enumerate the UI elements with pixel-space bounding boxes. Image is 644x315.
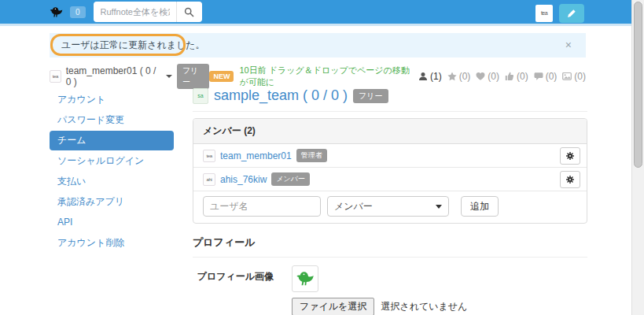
team-avatar: sa xyxy=(193,88,208,104)
navbar-right: tea xyxy=(535,0,584,26)
user-menu[interactable]: tea team_member01 ( 0 / 0 ) フリー xyxy=(50,64,209,89)
heart-icon xyxy=(476,72,485,81)
divider xyxy=(193,257,587,258)
top-navbar: 0 tea xyxy=(0,0,631,26)
new-page-button[interactable] xyxy=(559,4,584,23)
members-count: (1) xyxy=(430,71,442,82)
file-select-button[interactable]: ファイルを選択 xyxy=(292,298,374,315)
member-role-badge: 管理者 xyxy=(296,149,327,162)
member-name-link[interactable]: team_member01 xyxy=(220,150,292,161)
file-select-row: ファイルを選択 選択されていません xyxy=(292,298,467,315)
likes-stat[interactable]: (0) xyxy=(476,71,499,82)
team-header: sa sample_team ( 0 / 0 ) フリー xyxy=(193,87,587,104)
sidebar-item-api[interactable]: API xyxy=(50,213,174,232)
duck-image xyxy=(295,269,315,289)
profile-image-row: プロフィール画像 ファイルを選択 選択されていません 削除 xyxy=(193,265,587,315)
search-icon xyxy=(184,7,194,17)
team-title[interactable]: sample_team ( 0 / 0 ) xyxy=(214,87,348,104)
member-row: ahi ahis_76kiw メンバー xyxy=(193,168,587,191)
global-search xyxy=(94,2,202,22)
sidebar-item-approved-apps[interactable]: 承認済みアプリ xyxy=(50,192,174,212)
thumbs-stat[interactable]: (0) xyxy=(505,71,528,82)
member-role-badge: メンバー xyxy=(271,172,310,186)
comments-stat[interactable]: (0) xyxy=(534,71,558,82)
comment-icon xyxy=(534,72,543,81)
sidebar-item-payment[interactable]: 支払い xyxy=(50,172,174,191)
images-stat[interactable]: (0) xyxy=(562,71,586,82)
username-label[interactable]: team_member01 ( 0 / 0 ) xyxy=(66,65,160,87)
add-member-form: メンバー 追加 xyxy=(193,191,587,223)
members-stat[interactable]: (1) xyxy=(418,71,442,82)
gear-icon xyxy=(565,151,575,161)
chevron-down-icon xyxy=(166,75,172,78)
profile-heading: プロフィール xyxy=(193,235,587,250)
profile-image-label: プロフィール画像 xyxy=(193,265,283,315)
news-link[interactable]: 10日前 ドラッグ＆ドロップでページの移動が可能に xyxy=(239,65,413,88)
member-settings-button[interactable] xyxy=(560,171,580,188)
thumbs-up-icon xyxy=(505,72,514,81)
role-select-value: メンバー xyxy=(334,200,373,213)
sidebar-item-password[interactable]: パスワード変更 xyxy=(50,110,174,130)
file-status-text: 選択されていません xyxy=(381,300,467,313)
news-and-stats: NEW 10日前 ドラッグ＆ドロップでページの移動が可能に (1) (0) (0… xyxy=(209,65,586,88)
images-count: (0) xyxy=(574,71,586,82)
image-icon xyxy=(562,72,572,81)
thumbs-count: (0) xyxy=(517,71,528,82)
alert-close-icon[interactable]: × xyxy=(565,39,572,51)
pencil-icon xyxy=(567,9,576,18)
page-scrollbar[interactable] xyxy=(631,0,644,315)
sidebar-item-account[interactable]: アカウント xyxy=(50,90,174,109)
notification-count-badge[interactable]: 0 xyxy=(70,6,86,18)
scrollbar-thumb[interactable] xyxy=(634,2,642,168)
add-member-username-input[interactable] xyxy=(203,196,321,217)
sidebar-item-team[interactable]: チーム xyxy=(50,131,174,150)
search-button[interactable] xyxy=(177,2,202,22)
settings-sidebar: アカウント パスワード変更 チーム ソーシャルログイン 支払い 承認済みアプリ … xyxy=(50,90,174,254)
bird-logo-icon[interactable] xyxy=(49,5,64,20)
main-content: sa sample_team ( 0 / 0 ) フリー メンバー (2) te… xyxy=(193,87,587,315)
alert-message: ユーザは正常に更新されました。 xyxy=(61,39,205,52)
user-bar: tea team_member01 ( 0 / 0 ) フリー NEW 10日前… xyxy=(50,68,586,85)
add-member-button[interactable]: 追加 xyxy=(461,196,499,217)
star-icon xyxy=(447,72,457,81)
member-row: tea team_member01 管理者 xyxy=(193,144,587,168)
members-panel: メンバー (2) tea team_member01 管理者 ahi ahis_… xyxy=(193,118,587,224)
user-icon xyxy=(418,72,428,81)
profile-image-preview xyxy=(292,265,318,292)
user-avatar[interactable]: tea xyxy=(535,5,553,22)
role-select[interactable]: メンバー xyxy=(327,196,449,217)
stars-stat[interactable]: (0) xyxy=(447,71,471,82)
members-panel-title: メンバー (2) xyxy=(193,119,587,144)
sidebar-item-social-login[interactable]: ソーシャルログイン xyxy=(50,151,174,171)
user-avatar-small: tea xyxy=(50,70,61,83)
divider xyxy=(193,111,587,112)
plan-badge: フリー xyxy=(177,64,210,89)
member-settings-button[interactable] xyxy=(560,147,580,165)
likes-count: (0) xyxy=(488,71,499,82)
member-avatar: tea xyxy=(203,150,215,162)
sidebar-item-delete-account[interactable]: アカウント削除 xyxy=(50,233,174,253)
profile-image-controls: ファイルを選択 選択されていません 削除 xyxy=(292,265,467,315)
success-alert: ユーザは正常に更新されました。 × xyxy=(50,33,586,57)
member-name-link[interactable]: ahis_76kiw xyxy=(220,174,267,185)
member-avatar: ahi xyxy=(203,173,215,186)
team-plan-badge: フリー xyxy=(353,89,388,103)
stars-count: (0) xyxy=(459,71,471,82)
gear-icon xyxy=(565,175,575,184)
search-input[interactable] xyxy=(94,2,177,22)
new-badge: NEW xyxy=(209,71,234,82)
comments-count: (0) xyxy=(546,71,558,82)
select-caret-icon xyxy=(436,205,442,209)
